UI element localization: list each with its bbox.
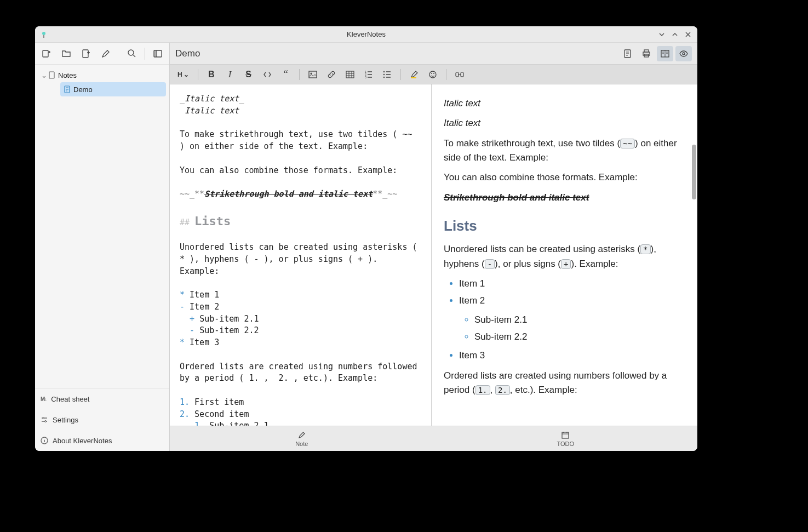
unordered-list-button[interactable] (380, 67, 395, 82)
internal-link-button[interactable] (452, 67, 467, 82)
edit-button[interactable] (98, 46, 114, 61)
lists-heading: Lists (444, 215, 685, 237)
minimize-icon[interactable] (658, 31, 666, 38)
tree-root-notes[interactable]: ⌄ Notes (36, 68, 168, 82)
editor-pane[interactable]: __Italic text_Italic text_ Italic text T… (170, 84, 432, 426)
maximize-icon[interactable] (671, 31, 679, 38)
svg-text:3: 3 (365, 76, 366, 79)
sidebar-toolbar (35, 43, 169, 65)
note-icon (64, 85, 73, 93)
svg-point-4 (128, 50, 134, 55)
preview-ul: Item 1 Item 2 Sub-item 2.1 Sub-item 2.2 … (444, 277, 685, 363)
svg-rect-33 (562, 432, 569, 438)
svg-rect-6 (154, 51, 156, 56)
list-item: Item 1 (459, 277, 685, 291)
svg-rect-20 (346, 71, 354, 78)
chevron-down-icon: ⌄ (184, 71, 189, 78)
chevron-down-icon: ⌄ (39, 71, 48, 79)
note-header: Demo (170, 43, 697, 65)
list-item: Sub-item 2.2 (474, 330, 685, 344)
tree-root-label: Notes (58, 71, 77, 79)
settings-button[interactable]: Settings (35, 409, 169, 430)
window-title: KleverNotes (35, 30, 697, 38)
svg-point-17 (683, 53, 685, 55)
main-area: Demo H ⌄ B I S “ 123 (170, 43, 697, 451)
ordered-list-button[interactable]: 123 (361, 67, 376, 82)
bottom-tabs: Note TODO (170, 426, 697, 451)
svg-rect-3 (83, 50, 88, 58)
book-icon (48, 71, 58, 79)
close-icon[interactable] (684, 31, 692, 38)
markdown-icon: M↓ (41, 396, 47, 402)
editor-toolbar: H ⌄ B I S “ 123 (170, 65, 697, 84)
svg-rect-1 (43, 35, 44, 38)
sliders-icon (41, 416, 48, 424)
search-button[interactable] (124, 46, 140, 61)
content-area: __Italic text_Italic text_ Italic text T… (170, 84, 697, 426)
note-title: Demo (175, 48, 200, 59)
new-folder-button[interactable] (38, 46, 55, 61)
svg-rect-14 (644, 50, 649, 52)
svg-point-10 (45, 421, 47, 422)
calendar-icon (561, 431, 570, 439)
sidebar: ⌄ Notes Demo M↓ Cheat sheet Settings (35, 43, 170, 451)
svg-point-29 (431, 73, 432, 74)
tree-item-demo[interactable]: Demo (60, 82, 166, 96)
notes-tree: ⌄ Notes Demo (35, 65, 169, 388)
svg-point-9 (43, 417, 44, 419)
preview-pane: Italic text Italic text To make striketh… (432, 84, 697, 426)
link-button[interactable] (324, 67, 339, 82)
document-info-button[interactable] (620, 46, 636, 61)
tab-todo[interactable]: TODO (434, 426, 698, 451)
app-icon (39, 30, 48, 39)
bold-button[interactable]: B (204, 67, 219, 82)
print-button[interactable] (638, 46, 655, 61)
pencil-icon (297, 431, 306, 439)
svg-point-24 (383, 71, 384, 72)
new-note-button[interactable] (78, 46, 94, 61)
svg-point-25 (383, 73, 384, 75)
italic-button[interactable]: I (222, 67, 238, 82)
table-button[interactable] (342, 67, 358, 82)
svg-rect-7 (49, 72, 54, 78)
list-item: Item 3 (459, 348, 685, 363)
quote-button[interactable]: “ (278, 67, 294, 82)
app-window: KleverNotes ⌄ Notes (35, 26, 697, 451)
list-item: Item 2 Sub-item 2.1 Sub-item 2.2 (459, 294, 685, 344)
svg-point-0 (42, 32, 45, 35)
svg-point-30 (433, 73, 434, 74)
preview-button[interactable] (675, 46, 692, 61)
tab-note[interactable]: Note (170, 426, 434, 451)
tree-item-label: Demo (73, 85, 93, 94)
code-button[interactable] (260, 67, 275, 82)
titlebar: KleverNotes (35, 26, 697, 43)
heading-button[interactable]: H ⌄ (174, 67, 192, 82)
svg-point-19 (310, 72, 312, 74)
about-button[interactable]: About KleverNotes (35, 430, 169, 451)
svg-point-26 (383, 76, 384, 77)
strikethrough-button[interactable]: S (241, 67, 256, 82)
emoji-button[interactable] (425, 67, 440, 82)
cheat-sheet-button[interactable]: M↓ Cheat sheet (35, 388, 169, 409)
split-view-button[interactable] (657, 46, 673, 61)
collapse-sidebar-button[interactable] (150, 46, 166, 61)
scrollbar-thumb[interactable] (692, 145, 696, 199)
svg-rect-2 (43, 50, 48, 57)
highlight-button[interactable] (406, 67, 422, 82)
new-subfolder-button[interactable] (58, 46, 75, 61)
svg-rect-18 (309, 71, 317, 78)
list-item: Sub-item 2.1 (474, 313, 685, 327)
svg-point-28 (429, 71, 436, 78)
info-icon (41, 437, 48, 444)
svg-rect-27 (411, 77, 416, 78)
image-button[interactable] (305, 67, 320, 82)
